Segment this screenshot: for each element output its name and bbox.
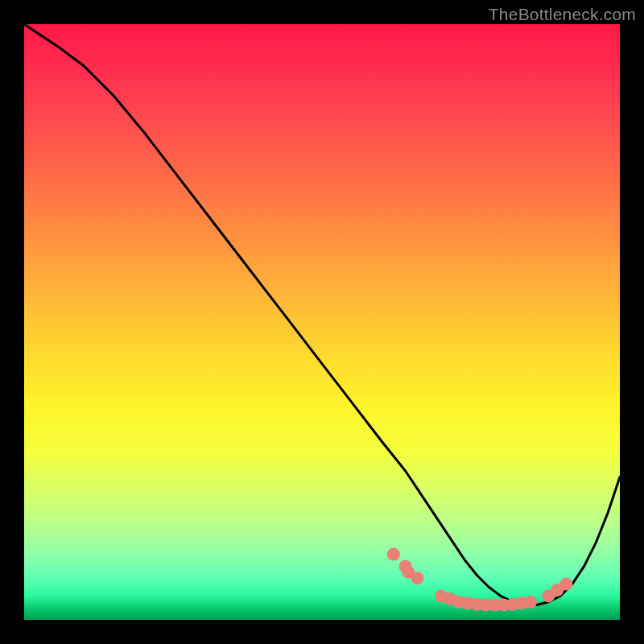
marker-layer — [387, 548, 573, 612]
marker-dot — [551, 584, 564, 597]
watermark-text: TheBottleneck.com — [489, 5, 636, 24]
chart-svg — [24, 24, 620, 620]
curve-layer — [24, 24, 620, 605]
marker-dot — [542, 589, 555, 602]
chart-frame: TheBottleneck.com — [0, 0, 644, 644]
marker-dot — [461, 597, 474, 609]
marker-dot — [402, 566, 415, 579]
marker-dot — [506, 598, 519, 611]
marker-dot — [489, 599, 502, 612]
marker-dot — [524, 596, 537, 609]
plot-area — [24, 24, 620, 620]
marker-dot — [515, 597, 528, 609]
marker-dot — [387, 548, 400, 561]
marker-dot — [559, 578, 572, 591]
marker-dot — [444, 592, 456, 605]
marker-dot — [399, 559, 412, 572]
marker-dot — [480, 599, 493, 612]
marker-dot — [435, 589, 448, 602]
marker-dot — [497, 599, 510, 612]
marker-dot — [452, 596, 465, 609]
marker-dot — [470, 598, 483, 611]
series-curve — [24, 24, 620, 605]
marker-dot — [411, 572, 423, 584]
